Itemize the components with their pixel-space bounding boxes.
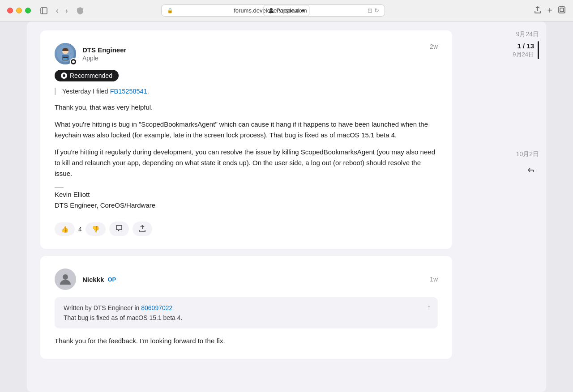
body-p4: Thank you for the feedback. I'm looking … <box>55 336 438 346</box>
quote-block-1: Yesterday I filed FB15258541. <box>55 88 438 95</box>
sig-title: DTS Engineer, CoreOS/Hardware <box>55 200 438 211</box>
comment-icon <box>115 225 123 233</box>
timeline-sub: 9月24日 <box>513 51 534 59</box>
recommended-dot-icon <box>61 72 67 79</box>
timeline-counter: 1 / 13 <box>517 42 534 50</box>
quote-card-arrow-icon[interactable]: ↑ <box>427 303 431 311</box>
author-name-1: DTS Engineer <box>82 46 126 54</box>
signature-1: Kevin Elliott DTS Engineer, CoreOS/Hardw… <box>55 187 438 211</box>
traffic-lights <box>7 8 31 13</box>
post-time-2: 1w <box>430 276 438 283</box>
quote-card-header: Written by DTS Engineer in 806097022 <box>64 304 429 311</box>
svg-point-10 <box>63 274 68 280</box>
recommended-badge: Recommended <box>55 70 119 81</box>
share-post-button[interactable] <box>133 222 152 236</box>
forward-button[interactable]: › <box>63 6 70 16</box>
post-actions-1: 👍 4 👎 <box>55 222 438 236</box>
translate-icon[interactable]: ⊡ <box>368 7 372 14</box>
tabs-button[interactable] <box>558 5 566 16</box>
recommended-label: Recommended <box>70 72 112 79</box>
author-name-2: Nickkk <box>82 276 104 283</box>
close-button[interactable] <box>7 8 13 13</box>
minimize-button[interactable] <box>16 8 22 13</box>
sidebar: 9月24日 1 / 13 9月24日 10月2日 <box>466 21 546 392</box>
content-area: DTS Engineer Apple 2w Recommended Yester… <box>27 21 466 392</box>
quote-card-link[interactable]: 806097022 <box>141 304 172 311</box>
post-author-2: Nickkk OP <box>55 268 116 290</box>
main-layout: DTS Engineer Apple 2w Recommended Yester… <box>27 21 546 392</box>
svg-rect-3 <box>560 8 564 12</box>
browser-actions: + <box>534 5 566 16</box>
post-time-1: 2w <box>430 43 438 50</box>
timeline-section-2: 10月2日 <box>516 150 539 178</box>
post-header-1: DTS Engineer Apple 2w <box>55 43 438 64</box>
sidebar-toggle-icon[interactable] <box>40 7 48 15</box>
timeline-section-1: 9月24日 1 / 13 9月24日 <box>473 30 539 59</box>
dislike-button[interactable]: 👎 <box>86 222 106 236</box>
timeline-date-1: 9月24日 <box>473 30 539 38</box>
post-header-2: Nickkk OP 1w <box>55 268 438 290</box>
outer-wrapper: DTS Engineer Apple 2w Recommended Yester… <box>0 21 573 392</box>
back-button[interactable]: ‹ <box>53 6 61 16</box>
post-card-1: DTS Engineer Apple 2w Recommended Yester… <box>40 30 452 249</box>
svg-point-4 <box>270 8 273 11</box>
post-body-2: Thank you for the feedback. I'm looking … <box>55 336 438 346</box>
timeline-date-2: 10月2日 <box>516 150 539 158</box>
body-p3: If you're hitting it regularly during de… <box>55 147 438 179</box>
quote-text-1: Yesterday I filed <box>62 88 110 95</box>
comment-button[interactable] <box>109 222 129 236</box>
svg-rect-9 <box>63 58 68 60</box>
avatar-1 <box>55 43 76 64</box>
timeline-info: 1 / 13 9月24日 <box>513 42 534 59</box>
post-card-2: Nickkk OP 1w Written by DTS Engineer in … <box>40 256 452 359</box>
profile-name: Personal <box>276 7 299 14</box>
lock-icon: 🔒 <box>167 8 173 13</box>
new-tab-button[interactable]: + <box>547 5 552 16</box>
profile-button[interactable]: Personal ▾ <box>263 5 309 16</box>
svg-rect-0 <box>41 8 47 14</box>
browser-chrome: ‹ › 🔒 forums.developer.apple.com ⊡ ↻ + <box>0 0 573 21</box>
thumbs-up-icon: 👍 <box>61 226 68 233</box>
share-icon <box>139 225 146 233</box>
quote-card-body: That bug is fixed as of macOS 15.1 beta … <box>64 314 429 321</box>
profile-chevron-icon: ▾ <box>302 7 305 14</box>
share-button[interactable] <box>534 5 542 16</box>
quote-card-2: Written by DTS Engineer in 806097022 Tha… <box>55 297 438 328</box>
author-info-1: DTS Engineer Apple <box>82 46 126 62</box>
sig-name: Kevin Elliott <box>55 189 438 200</box>
svg-rect-2 <box>559 7 565 13</box>
shield-icon <box>76 7 84 15</box>
like-count: 4 <box>78 226 82 233</box>
body-p1: Thank you, that was very helpful. <box>55 102 438 113</box>
maximize-button[interactable] <box>25 8 31 13</box>
avatar-2 <box>55 268 76 290</box>
thumbs-down-icon: 👎 <box>92 226 99 233</box>
reply-button[interactable] <box>523 162 539 178</box>
refresh-icon[interactable]: ↻ <box>374 7 379 14</box>
timeline-indicator: 1 / 13 9月24日 <box>473 41 539 59</box>
author-org-1: Apple <box>82 55 126 62</box>
address-bar-icons: ⊡ ↻ <box>368 7 379 14</box>
timeline-bar <box>538 41 539 59</box>
op-badge: OP <box>107 276 116 283</box>
nav-buttons: ‹ › <box>53 6 71 16</box>
body-p2: What you're hitting is bug in "ScopedBoo… <box>55 119 438 141</box>
quote-link-1[interactable]: FB15258541 <box>110 88 147 95</box>
post-author-1: DTS Engineer Apple <box>55 43 126 64</box>
like-button[interactable]: 👍 <box>55 222 75 236</box>
post-body-1: Thank you, that was very helpful. What y… <box>55 102 438 179</box>
avatar-badge-1 <box>70 58 77 65</box>
quote-card-author: Written by DTS Engineer in <box>64 304 141 311</box>
sig-divider <box>55 187 64 187</box>
profile-area: Personal ▾ <box>263 5 309 16</box>
author-info-2: Nickkk OP <box>82 276 116 283</box>
